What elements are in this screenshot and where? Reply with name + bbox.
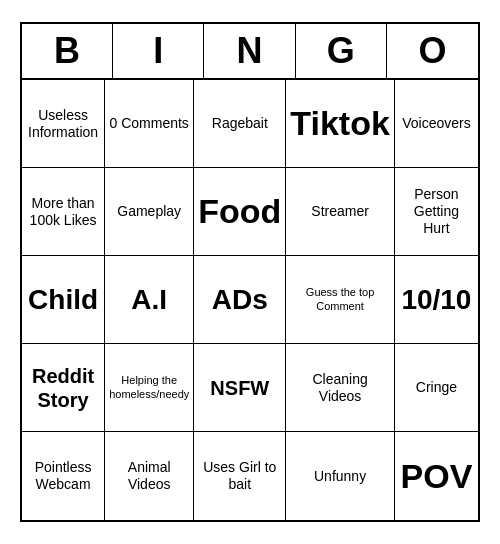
bingo-card: BINGO Useless Information0 CommentsRageb… bbox=[20, 22, 480, 522]
bingo-cell: More than 100k Likes bbox=[22, 168, 105, 256]
bingo-cell: Unfunny bbox=[286, 432, 395, 520]
header-letter: I bbox=[113, 24, 204, 78]
bingo-cell: Animal Videos bbox=[105, 432, 194, 520]
bingo-cell: A.I bbox=[105, 256, 194, 344]
bingo-cell: Useless Information bbox=[22, 80, 105, 168]
bingo-cell: NSFW bbox=[194, 344, 286, 432]
bingo-cell: Guess the top Comment bbox=[286, 256, 395, 344]
bingo-cell: Cleaning Videos bbox=[286, 344, 395, 432]
header-letter: G bbox=[296, 24, 387, 78]
bingo-cell: POV bbox=[395, 432, 478, 520]
bingo-cell: Pointless Webcam bbox=[22, 432, 105, 520]
bingo-cell: Gameplay bbox=[105, 168, 194, 256]
bingo-cell: 10/10 bbox=[395, 256, 478, 344]
bingo-cell: Helping the homeless/needy bbox=[105, 344, 194, 432]
bingo-cell: Ragebait bbox=[194, 80, 286, 168]
bingo-cell: Person Getting Hurt bbox=[395, 168, 478, 256]
bingo-cell: 0 Comments bbox=[105, 80, 194, 168]
header-letter: O bbox=[387, 24, 478, 78]
header-letter: N bbox=[204, 24, 295, 78]
bingo-cell: Cringe bbox=[395, 344, 478, 432]
bingo-cell: ADs bbox=[194, 256, 286, 344]
bingo-cell: Tiktok bbox=[286, 80, 395, 168]
bingo-cell: Child bbox=[22, 256, 105, 344]
bingo-grid: Useless Information0 CommentsRagebaitTik… bbox=[22, 80, 478, 520]
bingo-cell: Food bbox=[194, 168, 286, 256]
bingo-cell: Voiceovers bbox=[395, 80, 478, 168]
bingo-cell: Uses Girl to bait bbox=[194, 432, 286, 520]
bingo-header: BINGO bbox=[22, 24, 478, 80]
header-letter: B bbox=[22, 24, 113, 78]
bingo-cell: Reddit Story bbox=[22, 344, 105, 432]
bingo-cell: Streamer bbox=[286, 168, 395, 256]
